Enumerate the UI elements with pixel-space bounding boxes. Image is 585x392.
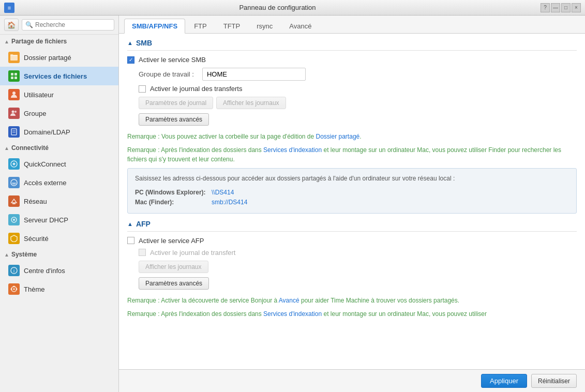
svg-rect-13 — [12, 203, 16, 204]
activate-journal-afp-checkbox[interactable] — [139, 249, 146, 256]
sidebar-item-dhcp[interactable]: Serveur DHCP — [0, 210, 118, 229]
sidebar-item-quickconnect[interactable]: QuickConnect — [0, 155, 118, 173]
show-journals-afp-button[interactable]: Afficher les journaux — [139, 261, 208, 273]
activate-journal-smb-checkbox[interactable] — [139, 85, 146, 93]
info-icon: i — [8, 265, 20, 276]
help-button[interactable]: ? — [541, 3, 550, 12]
activate-journal-smb-label: Activer le journal des transferts — [150, 85, 242, 93]
svg-point-15 — [13, 219, 15, 221]
apply-button[interactable]: Appliquer — [481, 374, 527, 388]
sidebar-item-dossier[interactable]: Dossier partagé — [0, 48, 118, 67]
activate-afp-row: Activer le service AFP — [127, 237, 577, 245]
mac-label: Mac (Finder): — [135, 198, 207, 207]
quickconnect-icon — [8, 158, 20, 170]
sidebar-section-partage[interactable]: ▲ Partage de fichiers — [0, 35, 118, 48]
search-input[interactable] — [35, 21, 111, 28]
avance-link[interactable]: Avancé — [279, 297, 299, 304]
sidebar-item-dossier-label: Dossier partagé — [24, 54, 71, 62]
title-bar-title: Panneau de configuration — [14, 4, 541, 11]
svg-rect-0 — [10, 55, 18, 61]
svg-point-20 — [13, 286, 15, 288]
app-icon: ≡ — [4, 3, 14, 13]
search-box: 🔍 — [22, 19, 114, 31]
group-icon — [8, 108, 20, 119]
sidebar-item-securite-label: Sécurité — [24, 235, 49, 243]
afp-section-header[interactable]: ▲ AFP — [127, 220, 577, 232]
afp-note-1: Remarque : Activer la découverte de serv… — [127, 296, 577, 305]
sidebar-item-reseau[interactable]: Réseau — [0, 192, 118, 210]
minimize-button[interactable]: — — [551, 3, 560, 12]
sidebar-item-ldap-label: Domaine/LDAP — [24, 128, 70, 136]
svg-rect-3 — [11, 77, 13, 79]
afp-chevron-icon: ▲ — [127, 221, 133, 227]
sidebar-section-systeme-label: Système — [11, 251, 37, 258]
sidebar-item-theme[interactable]: Thème — [0, 280, 118, 298]
sidebar-top-bar: 🏠 🔍 — [0, 16, 118, 35]
smb-note-1: Remarque : Vous pouvez activer la corbei… — [127, 132, 577, 141]
title-bar-left: ≡ — [4, 3, 14, 13]
sidebar-item-services-label: Services de fichiers — [24, 72, 87, 80]
activate-smb-checkbox[interactable] — [127, 56, 134, 64]
tab-tftp[interactable]: TFTP — [216, 19, 248, 34]
tab-smb-afp-nfs[interactable]: SMB/AFP/NFS — [124, 19, 185, 34]
tab-ftp[interactable]: FTP — [186, 19, 215, 34]
maximize-button[interactable]: □ — [561, 3, 571, 12]
indexation-link-1[interactable]: Services d'indexation — [263, 146, 322, 154]
pc-value[interactable]: \\DS414 — [212, 188, 234, 198]
indexation-link-2[interactable]: Services d'indexation — [263, 310, 322, 318]
sidebar-item-groupe[interactable]: Groupe — [0, 104, 118, 123]
advanced-afp-button[interactable]: Paramètres avancés — [139, 277, 209, 290]
workgroup-label: Groupe de travail : — [139, 70, 198, 78]
folder-icon — [8, 52, 20, 63]
advanced-smb-btn-container: Paramètres avancés — [139, 113, 577, 126]
sidebar-item-theme-label: Thème — [24, 285, 44, 293]
content-area: SMB/AFP/NFS FTP TFTP rsync Avancé ▲ SMB … — [119, 16, 585, 392]
dhcp-icon — [8, 214, 20, 225]
sidebar-item-utilisateur[interactable]: Utilisateur — [0, 85, 118, 104]
svg-rect-2 — [14, 73, 17, 76]
journal-params-button[interactable]: Paramètres de journal — [139, 97, 213, 109]
sidebar-item-reseau-label: Réseau — [24, 198, 47, 205]
sidebar-item-ldap[interactable]: Domaine/LDAP — [0, 123, 118, 141]
activate-afp-checkbox[interactable] — [127, 237, 134, 244]
sidebar-item-services[interactable]: Services de fichiers — [0, 67, 118, 85]
sidebar-item-quickconnect-label: QuickConnect — [24, 160, 66, 168]
sidebar-item-infos[interactable]: i Centre d'infos — [0, 261, 118, 280]
sidebar-item-infos-label: Centre d'infos — [24, 267, 65, 275]
home-button[interactable]: 🏠 — [4, 19, 19, 31]
smb-note-2: Remarque : Après l'indexation des dossie… — [127, 145, 577, 164]
sidebar-section-connectivite-label: Connectivité — [11, 144, 49, 152]
dossier-link-1[interactable]: Dossier partagé — [316, 133, 360, 140]
afp-section-label: AFP — [136, 220, 151, 228]
footer: Appliquer Réinitialiser — [119, 369, 585, 392]
external-icon — [8, 177, 20, 188]
reset-button[interactable]: Réinitialiser — [531, 374, 577, 388]
chevron-down-icon-2: ▲ — [4, 145, 9, 151]
smb-section-header[interactable]: ▲ SMB — [127, 39, 577, 51]
sidebar-section-connectivite[interactable]: ▲ Connectivité — [0, 141, 118, 155]
close-button[interactable]: × — [572, 3, 581, 12]
tab-rsync[interactable]: rsync — [249, 19, 280, 34]
sidebar-section-systeme[interactable]: ▲ Système — [0, 248, 118, 261]
svg-rect-4 — [14, 77, 17, 79]
workgroup-input[interactable] — [202, 68, 306, 81]
sidebar-item-externe[interactable]: Accès externe — [0, 173, 118, 192]
mac-value[interactable]: smb://DS414 — [212, 198, 247, 207]
info-box-intro: Saisissez les adresss ci-dessous pour ac… — [135, 174, 569, 184]
sidebar: 🏠 🔍 ▲ Partage de fichiers Dossier partag… — [0, 16, 119, 392]
advanced-smb-button[interactable]: Paramètres avancés — [139, 113, 209, 126]
activate-journal-afp-row: Activer le journal de transfert — [139, 249, 577, 257]
activate-smb-row: Activer le service SMB — [127, 56, 577, 64]
show-journals-smb-button[interactable]: Afficher les journaux — [216, 97, 286, 109]
smb-section-label: SMB — [136, 39, 152, 47]
mac-row: Mac (Finder): smb://DS414 — [135, 198, 569, 207]
svg-point-21 — [16, 289, 18, 290]
svg-rect-1 — [11, 73, 13, 76]
network-icon — [8, 195, 20, 207]
advanced-afp-btn-container: Paramètres avancés — [139, 277, 577, 290]
sidebar-item-groupe-label: Groupe — [24, 110, 46, 117]
svg-point-6 — [12, 111, 14, 113]
sidebar-item-securite[interactable]: Sécurité — [0, 229, 118, 248]
tab-avance[interactable]: Avancé — [281, 19, 319, 34]
chevron-down-icon: ▲ — [4, 39, 9, 44]
